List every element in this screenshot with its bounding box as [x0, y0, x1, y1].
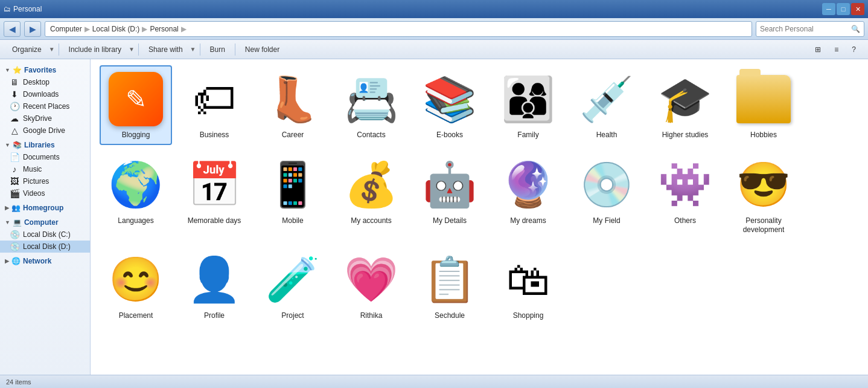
sidebar-item-music-label: Music — [23, 165, 42, 173]
sidebar-item-google-drive[interactable]: △ Google Drive — [0, 124, 90, 137]
folder-item-mobile[interactable]: 📱Mobile — [257, 151, 329, 240]
search-icon: 🔍 — [851, 25, 860, 33]
help-button[interactable]: ? — [846, 42, 862, 57]
close-button[interactable]: ✕ — [851, 3, 864, 15]
folder-item-shopping[interactable]: 🛍Shopping — [492, 246, 564, 326]
triangle-favorites: ▼ — [5, 67, 10, 73]
maximize-button[interactable]: □ — [837, 3, 850, 15]
sidebar-item-music[interactable]: ♪ Music — [0, 163, 90, 175]
folder-item-profile[interactable]: 👤Profile — [178, 246, 251, 326]
folder-icon-others: 👾 — [656, 156, 714, 214]
skydrive-icon: ☁ — [10, 114, 19, 123]
local-disk-c-icon: 💿 — [10, 230, 19, 239]
folder-item-my-dreams[interactable]: 🔮My dreams — [492, 151, 564, 240]
folder-item-career[interactable]: 👢Career — [257, 65, 329, 145]
sidebar-item-local-disk-c[interactable]: 💿 Local Disk (C:) — [0, 228, 90, 241]
homegroup-icon: 👥 — [11, 204, 21, 212]
folder-item-rithika[interactable]: 💗Rithika — [335, 246, 407, 326]
view-list-button[interactable]: ⊞ — [809, 42, 827, 57]
breadcrumb-item-computer[interactable]: Computer — [50, 25, 82, 33]
folder-item-project[interactable]: 🧪Project — [257, 246, 329, 326]
folder-icon-personality-development: 😎 — [735, 156, 793, 214]
folder-label-mobile: Mobile — [282, 216, 303, 226]
folder-item-placement[interactable]: 😊Placement — [100, 246, 172, 326]
folder-item-languages[interactable]: 🌍Languages — [100, 151, 172, 240]
item-count: 24 items — [6, 378, 31, 386]
breadcrumb-item-personal[interactable]: Personal — [150, 25, 178, 33]
toolbar-icon-organize: ▼ — [49, 46, 55, 53]
folder-icon-contacts: 📇 — [342, 70, 400, 128]
triangle-computer: ▼ — [5, 219, 10, 225]
search-input[interactable] — [760, 25, 849, 33]
folder-item-my-details[interactable]: 🤖My Details — [413, 151, 486, 240]
sidebar-item-skydrive-label: SkyDrive — [23, 114, 52, 123]
folder-label-business: Business — [200, 131, 229, 140]
folder-item-family[interactable]: 👨‍👩‍👦Family — [492, 65, 564, 145]
folder-item-ebooks[interactable]: 📚E-books — [413, 65, 486, 145]
sidebar-header-computer[interactable]: ▼ 💻 Computer — [0, 216, 90, 228]
folder-item-blogging[interactable]: ✎Blogging — [100, 65, 172, 145]
folder-icon-blogging: ✎ — [107, 70, 165, 128]
folder-item-hobbies[interactable]: Hobbies — [727, 65, 800, 145]
burn-button[interactable]: Burn — [204, 42, 231, 57]
folder-item-sechdule[interactable]: 📋Sechdule — [413, 246, 486, 326]
sidebar-item-pictures[interactable]: 🖼 Pictures — [0, 175, 90, 187]
folder-icon-languages: 🌍 — [107, 156, 165, 214]
breadcrumb-item-localdisk[interactable]: Local Disk (D:) — [92, 25, 140, 33]
folder-icon-health: 💉 — [578, 70, 636, 128]
recent-places-icon: 🕐 — [10, 102, 19, 111]
sidebar-item-videos[interactable]: 🎬 Videos — [0, 187, 90, 199]
network-label: Network — [23, 257, 51, 265]
toolbar-separator-1 — [59, 44, 59, 56]
organize-button[interactable]: Organize — [6, 42, 48, 57]
sidebar-item-documents[interactable]: 📄 Documents — [0, 151, 90, 163]
sidebar-item-desktop[interactable]: 🖥 Desktop — [0, 76, 90, 88]
title-bar-buttons: ─ □ ✕ — [822, 3, 864, 15]
sidebar-item-recent-places[interactable]: 🕐 Recent Places — [0, 100, 90, 112]
folder-icon-my-accounts: 💰 — [342, 156, 400, 214]
folder-item-my-accounts[interactable]: 💰My accounts — [335, 151, 407, 240]
breadcrumb[interactable]: Computer ▶ Local Disk (D:) ▶ Personal ▶ — [45, 21, 752, 37]
folder-label-my-details: My Details — [433, 216, 467, 226]
sidebar-item-downloads[interactable]: ⬇ Downloads — [0, 88, 90, 100]
sidebar-item-skydrive[interactable]: ☁ SkyDrive — [0, 112, 90, 124]
minimize-button[interactable]: ─ — [822, 3, 835, 15]
folder-icon-ebooks: 📚 — [421, 70, 479, 128]
folder-icon-project: 🧪 — [264, 251, 322, 309]
folder-label-project: Project — [281, 311, 304, 321]
google-drive-icon: △ — [10, 126, 19, 135]
folder-icon-memorable-days: 📅 — [185, 156, 243, 214]
folder-item-health[interactable]: 💉Health — [570, 65, 643, 145]
folder-item-higher-studies[interactable]: 🎓Higher studies — [649, 65, 721, 145]
folder-item-others[interactable]: 👾Others — [649, 151, 721, 240]
folder-label-health: Health — [596, 131, 617, 140]
view-details-button[interactable]: ≡ — [828, 42, 844, 57]
sidebar-item-local-disk-c-label: Local Disk (C:) — [23, 230, 71, 239]
sidebar-header-libraries[interactable]: ▼ 📚 Libraries — [0, 139, 90, 151]
folder-item-memorable-days[interactable]: 📅Memorable days — [178, 151, 251, 240]
sidebar-header-favorites[interactable]: ▼ ⭐ Favorites — [0, 64, 90, 76]
folder-item-business[interactable]: 🏷Business — [178, 65, 251, 145]
new-folder-button[interactable]: New folder — [239, 42, 286, 57]
sidebar-header-homegroup[interactable]: ▶ 👥 Homegroup — [0, 202, 90, 214]
downloads-icon: ⬇ — [10, 89, 19, 99]
back-button[interactable]: ◀ — [4, 21, 21, 37]
sidebar-header-network[interactable]: ▶ 🌐 Network — [0, 255, 90, 267]
folder-item-contacts[interactable]: 📇Contacts — [335, 65, 407, 145]
computer-label: Computer — [24, 218, 59, 227]
sidebar-item-local-disk-d[interactable]: 💿 Local Disk (D:) — [0, 241, 90, 253]
sidebar-section-homegroup: ▶ 👥 Homegroup — [0, 202, 90, 214]
sidebar-item-desktop-label: Desktop — [23, 78, 49, 86]
folder-label-career: Career — [282, 131, 304, 140]
view-icons: ⊞ ≡ ? — [809, 42, 862, 57]
triangle-libraries: ▼ — [5, 142, 10, 148]
folder-icon-placement: 😊 — [107, 251, 165, 309]
folder-item-my-field[interactable]: 💿My Field — [570, 151, 643, 240]
forward-button[interactable]: ▶ — [24, 21, 41, 37]
share-with-button[interactable]: Share with — [142, 42, 189, 57]
folder-label-profile: Profile — [204, 311, 225, 321]
search-box[interactable]: 🔍 — [756, 21, 864, 37]
folder-item-personality-development[interactable]: 😎Personality development — [727, 151, 800, 240]
include-in-library-button[interactable]: Include in library — [63, 42, 127, 57]
local-disk-d-icon: 💿 — [10, 242, 19, 251]
